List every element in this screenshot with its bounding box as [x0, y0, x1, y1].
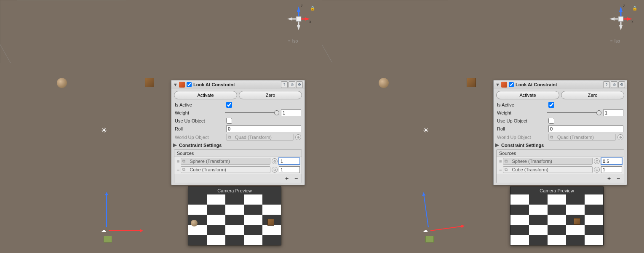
- transform-arrow-right[interactable]: [430, 226, 463, 231]
- object-picker-icon[interactable]: [272, 158, 278, 164]
- object-picker-icon[interactable]: [617, 134, 623, 140]
- is-active-label: Is Active: [497, 102, 547, 107]
- transform-arrow-up[interactable]: [423, 194, 429, 227]
- constraint-settings-label: Constraint Settings: [179, 143, 222, 148]
- gizmo-iso-label[interactable]: ≡Iso: [288, 39, 298, 43]
- weight-slider[interactable]: [225, 110, 279, 116]
- component-icon: [179, 82, 185, 88]
- roll-label: Roll: [175, 126, 224, 131]
- help-icon[interactable]: ?: [603, 81, 610, 88]
- frustum-lines: [322, 0, 448, 63]
- source-weight-field[interactable]: [279, 166, 300, 173]
- zero-button[interactable]: Zero: [561, 91, 624, 99]
- cube-object[interactable]: [467, 78, 476, 87]
- svg-marker-9: [287, 17, 292, 21]
- source-weight-field[interactable]: [601, 158, 622, 165]
- drag-handle-icon[interactable]: ≡: [498, 159, 502, 164]
- object-picker-icon[interactable]: [295, 134, 301, 140]
- weight-field[interactable]: [281, 109, 301, 116]
- activate-button[interactable]: Activate: [496, 91, 559, 99]
- roll-field[interactable]: [226, 125, 301, 132]
- cube-object[interactable]: [145, 78, 154, 87]
- is-active-checkbox[interactable]: [548, 102, 554, 108]
- component-enabled-checkbox[interactable]: [187, 82, 192, 87]
- object-picker-icon[interactable]: [272, 167, 278, 173]
- fold-arrow-icon[interactable]: ▼: [495, 82, 500, 87]
- object-picker-icon[interactable]: [594, 158, 600, 164]
- roll-field[interactable]: [548, 125, 623, 132]
- remove-source-button[interactable]: −: [615, 175, 622, 182]
- source-object-field[interactable]: ⧉Cube (Transform): [181, 166, 270, 173]
- constraint-settings-foldout[interactable]: ▶ Constraint Settings: [494, 141, 627, 149]
- svg-marker-22: [609, 17, 615, 21]
- is-active-checkbox[interactable]: [226, 102, 232, 108]
- panel-title: Look At Constraint: [516, 82, 601, 87]
- activate-button[interactable]: Activate: [174, 91, 237, 99]
- gizmo-iso-label[interactable]: ≡Iso: [610, 39, 620, 43]
- preview-cube: [574, 218, 580, 225]
- camera-preview: Camera Preview: [510, 186, 604, 245]
- use-up-checkbox[interactable]: [226, 118, 232, 124]
- sphere-object[interactable]: [57, 78, 67, 88]
- help-icon[interactable]: ?: [281, 81, 288, 88]
- source-object-field[interactable]: ⧉Cube (Transform): [503, 166, 593, 173]
- drag-handle-icon[interactable]: ≡: [176, 159, 179, 164]
- checker-floor: [188, 194, 281, 245]
- drag-handle-icon[interactable]: ≡: [176, 167, 179, 172]
- source-object-field[interactable]: ⧉Sphere (Transform): [503, 158, 593, 165]
- transform-icon: ⧉: [228, 135, 233, 140]
- transform-icon: ⧉: [505, 159, 510, 164]
- svg-marker-11: [297, 25, 300, 30]
- source-row[interactable]: ≡ ⧉Sphere (Transform): [497, 157, 624, 165]
- source-row[interactable]: ≡ ⧉Sphere (Transform): [174, 157, 302, 165]
- weight-field[interactable]: [603, 109, 623, 116]
- gear-icon[interactable]: ⚙: [296, 81, 303, 88]
- gizmo-x-label: x: [309, 19, 311, 24]
- svg-marker-18: [619, 6, 623, 12]
- camera-icon[interactable]: ☁: [423, 227, 428, 233]
- transform-arrow-right[interactable]: [109, 230, 142, 231]
- weight-slider[interactable]: [547, 110, 601, 116]
- constraint-settings-foldout[interactable]: ▶ Constraint Settings: [171, 141, 305, 149]
- checker-floor: [510, 194, 603, 245]
- camera-icon[interactable]: ☁: [101, 227, 106, 233]
- gizmo-z-label: z: [301, 3, 303, 8]
- lock-icon[interactable]: 🔒: [310, 6, 315, 11]
- gear-icon[interactable]: ⚙: [618, 81, 625, 88]
- preset-icon[interactable]: ⎚: [289, 81, 295, 88]
- add-source-button[interactable]: +: [283, 175, 291, 182]
- lock-icon[interactable]: 🔒: [632, 6, 637, 11]
- source-row[interactable]: ≡ ⧉Cube (Transform): [174, 165, 302, 174]
- orientation-gizmo[interactable]: 🔒 z x ≡Iso: [606, 4, 636, 42]
- component-enabled-checkbox[interactable]: [509, 82, 514, 87]
- svg-marker-5: [297, 6, 300, 12]
- sphere-object[interactable]: [379, 78, 389, 88]
- light-icon[interactable]: ☀: [101, 126, 107, 134]
- use-up-label: Use Up Object: [175, 118, 224, 123]
- source-weight-field[interactable]: [279, 158, 300, 165]
- svg-rect-13: [296, 16, 301, 21]
- preset-icon[interactable]: ⎚: [611, 81, 617, 88]
- source-weight-field[interactable]: [601, 166, 622, 173]
- svg-marker-20: [627, 17, 632, 21]
- fold-arrow-icon[interactable]: ▼: [173, 82, 177, 87]
- transform-icon: ⧉: [505, 167, 510, 172]
- source-object-field[interactable]: ⧉Sphere (Transform): [181, 158, 270, 165]
- light-icon[interactable]: ☀: [423, 126, 429, 134]
- svg-marker-24: [619, 25, 623, 30]
- use-up-checkbox[interactable]: [548, 118, 554, 124]
- quad-object[interactable]: [425, 236, 434, 242]
- preview-cube: [267, 219, 274, 226]
- scene-view-right[interactable]: 🔒 z x ≡Iso ☀ ☁ ▼: [322, 0, 644, 253]
- remove-source-button[interactable]: −: [292, 175, 300, 182]
- object-picker-icon[interactable]: [594, 167, 600, 173]
- transform-arrow-up[interactable]: [106, 194, 107, 227]
- source-row[interactable]: ≡ ⧉Cube (Transform): [497, 165, 624, 174]
- preview-sphere: [191, 220, 198, 226]
- scene-view-left[interactable]: 🔒 z x ≡Iso ☀ ☁ ▼: [0, 0, 322, 253]
- zero-button[interactable]: Zero: [239, 91, 302, 99]
- quad-object[interactable]: [104, 236, 112, 242]
- drag-handle-icon[interactable]: ≡: [498, 167, 502, 172]
- add-source-button[interactable]: +: [605, 175, 613, 182]
- orientation-gizmo[interactable]: 🔒 z x ≡Iso: [284, 4, 313, 42]
